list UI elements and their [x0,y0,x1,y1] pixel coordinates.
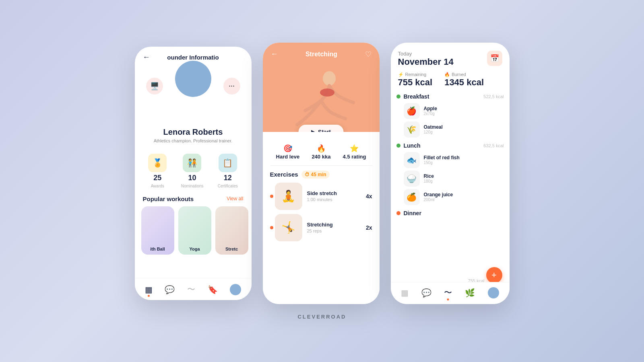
p3-kcal-row: ⚡ Remaining 755 kcal 🔥 Burned 1345 kcal [391,72,510,93]
fire-icon: 🔥 [444,72,450,77]
exercises-title: Exercises [270,171,298,178]
food-juice: 🍊 Orange juice 200ml [404,189,504,205]
certificates-num: 12 [224,174,232,182]
avatar [175,61,211,97]
rice-icon: 🍚 [404,171,420,187]
phones-container: ← ounder Informatio 🖥️ ··· Lenora Robert… [135,43,510,304]
rice-amount: 180g [424,179,504,183]
p2-back-icon[interactable]: ← [271,50,278,58]
stat-certificates: 📋 12 Certificates [218,154,238,188]
svg-point-0 [323,71,336,86]
p3-nav-home[interactable]: ▦ [401,288,409,298]
nominations-label: Nominations [181,184,204,188]
back-icon[interactable]: ← [143,53,150,62]
workout-card-stretch[interactable]: Stretc [215,206,248,255]
breakfast-name: Breakfast [404,93,429,100]
p1-workouts-header: Popular workouts View all [135,192,252,206]
monitor-icon-btn[interactable]: 🖥️ [146,78,163,95]
start-button[interactable]: ▶ Start [298,125,344,132]
fish-amount: 150g [424,160,504,165]
meal-breakfast: Breakfast 522,5 kcal 🍎 Apple 2x70g 🌾 [396,93,504,138]
clock-icon: ⏱ [305,172,310,177]
p3-nav-leaf[interactable]: 🌿 [465,288,475,298]
exercise-detail-2: 25 reps [307,228,361,233]
exercise-name-2: Stretching [307,222,361,228]
workout-label-yoga: Yoga [178,247,211,251]
apple-info: Apple 2x70g [424,106,504,116]
exercise-thumb-1: 🧘 [275,183,302,210]
p3-nav-chat[interactable]: 💬 [421,288,431,298]
exercise-item-1[interactable]: 🧘 Side stretch 1:00 minutes 4x [270,183,372,210]
stat-nominations: 🧑‍🤝‍🧑 10 Nominations [181,154,204,188]
remaining-val: 755 kcal [398,77,433,88]
food-oatmeal: 🌾 Oatmeal 120g [404,121,504,138]
workout-card-yoga[interactable]: Yoga [178,206,211,255]
apple-amount: 2x70g [424,111,504,116]
remaining-item: ⚡ Remaining 755 kcal [398,72,433,88]
exercise-item-2[interactable]: 🤸 Stretching 25 reps 2x [270,214,372,241]
p2-heart-icon[interactable]: ♡ [365,50,372,59]
nav-activity[interactable]: 〜 [187,284,195,295]
view-all-link[interactable]: View all [227,196,243,202]
calendar-icon[interactable]: 📅 [487,51,502,66]
metric-rating-val: 4.5 rating [343,154,366,160]
p2-header: ← Stretching ♡ [263,43,380,64]
p3-nav-dot [447,298,449,300]
p3-nav: ▦ 💬 〜 🌿 [391,282,510,304]
duration-label: 45 min [311,172,326,177]
p3-nav-avatar [488,287,499,298]
exercise-dot-1 [270,195,273,198]
p3-nav-activity[interactable]: 〜 [444,287,452,298]
nav-chat[interactable]: 💬 [165,285,175,294]
p3-nav-profile[interactable] [488,287,499,298]
juice-name: Orange juice [424,192,504,197]
oatmeal-name: Oatmeal [424,124,504,130]
nav-profile[interactable] [230,284,241,295]
nav-home[interactable]: ▦ [145,285,153,294]
level-icon: 🎯 [283,144,292,153]
lunch-kcal: 632,5 kcal [483,143,504,148]
certificates-icon: 📋 [219,154,237,172]
exercise-reps-2: 2x [366,224,372,231]
burned-val: 1345 kcal [444,77,484,88]
dinner-name: Dinner [404,210,421,216]
phone-stretching: ← Stretching ♡ ▶ Start [263,43,380,304]
meal-dinner: Dinner [396,210,504,216]
p1-nav: ▦ 💬 〜 🔖 [135,278,252,300]
nominations-num: 10 [188,174,196,182]
exercise-name-1: Side stretch [307,190,361,196]
meal-lunch-header: Lunch 632,5 kcal [396,142,504,149]
timer-badge: ⏱ 45 min [301,171,330,179]
burned-item: 🔥 Burned 1345 kcal [444,72,484,88]
apple-icon: 🍎 [404,103,420,119]
certificates-label: Certificates [218,184,238,188]
brand-label: CLEVERROAD [297,314,346,320]
burned-label: 🔥 Burned [444,72,484,77]
food-rice: 🍚 Rice 180g [404,171,504,187]
exercise-detail-1: 1:00 minutes [307,197,361,202]
breakfast-items: 🍎 Apple 2x70g 🌾 Oatmeal 120g [396,103,504,138]
meal-breakfast-header: Breakfast 522,5 kcal [396,93,504,100]
p1-stats: 🏅 25 Awards 🧑‍🤝‍🧑 10 Nominations 📋 12 Ce… [135,148,252,192]
add-meal-button[interactable]: + [486,267,502,283]
date-small: Today [398,51,454,57]
nav-bookmark[interactable]: 🔖 [208,285,218,294]
nav-active-dot [148,295,150,297]
p2-title: Stretching [305,51,337,58]
exercise-reps-1: 4x [366,193,372,200]
workout-label-ball: ith Ball [141,247,174,251]
exercise-info-2: Stretching 25 reps [307,222,361,233]
p3-header: Today November 14 📅 [391,43,510,72]
p2-hero: ▶ Start [263,64,380,132]
exercise-thumb-2: 🤸 [275,214,302,241]
fish-icon: 🐟 [404,152,420,168]
p3-date-area: Today November 14 [398,51,454,67]
workout-card-ball[interactable]: ith Ball [141,206,174,255]
lunch-dot [396,144,400,148]
bolt-icon: ⚡ [398,72,404,77]
more-options-btn[interactable]: ··· [223,78,240,95]
p2-content: 🎯 Hard leve 🔥 240 kka ⭐ 4.5 rating Exerc… [263,132,380,304]
p3-meals: Breakfast 522,5 kcal 🍎 Apple 2x70g 🌾 [391,93,510,221]
meal-lunch: Lunch 632,5 kcal 🐟 Fillet of red fish 15… [396,142,504,205]
metric-calories-val: 240 kka [312,154,330,160]
